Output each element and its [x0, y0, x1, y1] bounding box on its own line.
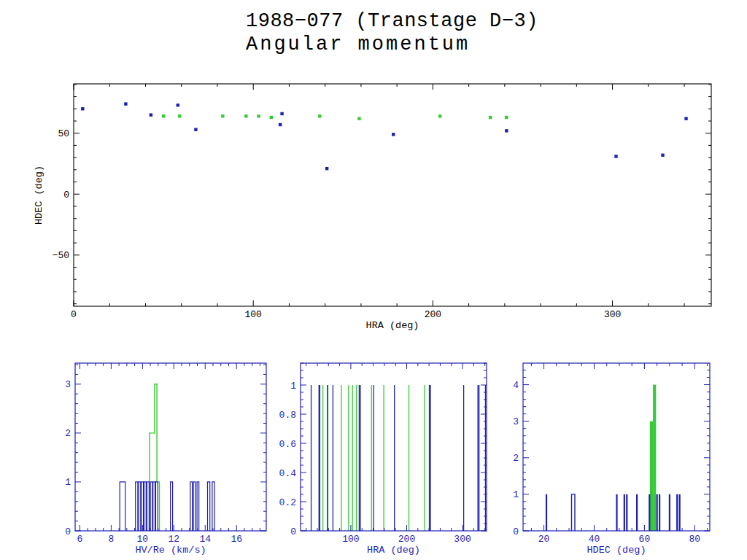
x-tick-label: 200	[425, 309, 441, 320]
data-point-marker	[81, 107, 84, 110]
hist-hra-ticks	[301, 363, 487, 531]
data-point-marker	[162, 114, 165, 117]
scatter-hdec-vs-hra-data	[81, 102, 688, 170]
x-tick-label: 200	[398, 534, 415, 545]
blue-histogram-bar	[190, 482, 193, 531]
hist-hra-tick-labels: 10020030000.20.40.60.81	[279, 381, 471, 545]
data-point-marker	[505, 129, 508, 132]
data-point-marker	[318, 114, 321, 117]
data-point-marker	[279, 123, 282, 126]
hist-hra-panel: 10020030000.20.40.60.81HRA (deg)	[279, 363, 487, 556]
y-tick-label: 4	[513, 380, 519, 391]
blue-histogram-bar	[197, 482, 199, 531]
y-tick-label: 1	[290, 381, 296, 392]
hist-hdec-panel: 2040608001234HDEC (deg)	[513, 363, 710, 556]
x-tick-label: 100	[342, 534, 359, 545]
scatter-hdec-vs-hra-panel: 0100200300−50050HRA (deg)HDEC (deg)	[34, 84, 711, 331]
hist-hdec-data	[546, 385, 680, 531]
x-tick-label: 16	[231, 534, 242, 545]
y-tick-label: 2	[513, 453, 519, 464]
scatter-hdec-vs-hra-ticks	[74, 84, 711, 306]
data-point-marker	[392, 133, 395, 136]
blue-histogram-bar	[212, 482, 214, 531]
hist-hv-x-axis-label: HV/Re (km/s)	[135, 545, 206, 556]
hist-hra-data	[311, 385, 486, 531]
x-tick-label: 8	[108, 534, 114, 545]
plots-canvas: 0100200300−50050HRA (deg)HDEC (deg)68101…	[0, 0, 747, 560]
data-point-marker	[221, 114, 224, 117]
hist-hv-tick-labels: 68101214160123	[65, 379, 242, 545]
data-point-marker	[244, 114, 247, 117]
data-point-marker	[270, 116, 273, 119]
data-point-marker	[684, 117, 687, 120]
data-point-marker	[505, 116, 508, 119]
y-tick-label: 3	[65, 379, 71, 390]
y-tick-label: 0	[290, 526, 296, 537]
blue-histogram-bar	[193, 482, 196, 531]
green-points	[162, 114, 508, 120]
data-point-marker	[194, 128, 197, 131]
blue-outline-bar	[572, 494, 576, 531]
green-histogram-bar	[650, 421, 653, 531]
blue-histogram-bar	[208, 482, 210, 531]
scatter-hdec-vs-hra-y-axis-label: HDEC (deg)	[34, 166, 44, 225]
y-tick-label: 0.8	[279, 410, 296, 421]
y-tick-label: 0.4	[279, 468, 297, 479]
blue-histogram-bar	[142, 482, 144, 531]
blue-histogram-bar	[155, 482, 158, 531]
blue-histogram-bar	[120, 482, 125, 531]
x-tick-label: 300	[454, 534, 471, 545]
data-point-marker	[661, 154, 664, 157]
green-histogram-bar	[653, 385, 656, 531]
y-tick-label: 0	[65, 526, 71, 537]
blue-histogram-bar	[147, 482, 149, 531]
x-tick-label: 0	[71, 309, 77, 320]
data-point-marker	[357, 117, 360, 120]
x-tick-label: 300	[604, 309, 621, 320]
blue-histogram-bar	[139, 482, 141, 531]
x-tick-label: 40	[589, 534, 600, 545]
data-point-marker	[489, 116, 492, 119]
scatter-hdec-vs-hra-frame	[74, 84, 711, 306]
data-point-marker	[438, 114, 441, 117]
x-tick-label: 80	[689, 534, 701, 545]
x-tick-label: 6	[77, 534, 83, 545]
x-tick-label: 100	[244, 309, 261, 320]
y-tick-label: 0	[63, 190, 69, 201]
y-tick-label: 0.2	[279, 497, 296, 508]
x-tick-label: 10	[137, 534, 149, 545]
data-point-marker	[150, 113, 152, 116]
data-point-marker	[124, 102, 127, 105]
hist-hv-panel: 68101214160123HV/Re (km/s)	[65, 363, 266, 556]
blue-histogram-bar	[136, 482, 138, 531]
data-point-marker	[614, 155, 617, 158]
blue-histogram-bar	[153, 482, 155, 531]
x-tick-label: 60	[639, 534, 651, 545]
data-point-marker	[280, 112, 283, 115]
blue-histogram-bar	[150, 482, 152, 531]
blue-histogram-bar	[144, 482, 147, 531]
blue-histogram-bar	[171, 482, 173, 531]
data-point-marker	[325, 167, 328, 170]
y-tick-label: 50	[58, 128, 69, 139]
x-tick-label: 20	[538, 534, 550, 545]
y-tick-label: −50	[53, 250, 69, 261]
plot-page: 1988−077 (Transtage D−3) Angular momentu…	[0, 0, 747, 560]
y-tick-label: 3	[513, 416, 519, 427]
hist-hdec-tick-labels: 2040608001234	[513, 380, 700, 545]
y-tick-label: 0.6	[279, 439, 296, 450]
x-tick-label: 14	[199, 534, 211, 545]
y-tick-label: 1	[65, 477, 71, 488]
y-tick-label: 1	[513, 489, 519, 500]
data-point-marker	[177, 104, 179, 106]
scatter-hdec-vs-hra-x-axis-label: HRA (deg)	[366, 320, 419, 331]
hist-hra-frame	[301, 363, 487, 531]
y-tick-label: 0	[513, 526, 519, 537]
data-point-marker	[257, 114, 260, 117]
y-tick-label: 2	[65, 428, 71, 439]
blue-points	[81, 102, 688, 170]
scatter-hdec-vs-hra-tick-labels: 0100200300−50050	[53, 128, 622, 320]
data-point-marker	[178, 114, 181, 117]
hist-hra-x-axis-label: HRA (deg)	[367, 545, 420, 556]
hist-hdec-x-axis-label: HDEC (deg)	[587, 545, 646, 556]
